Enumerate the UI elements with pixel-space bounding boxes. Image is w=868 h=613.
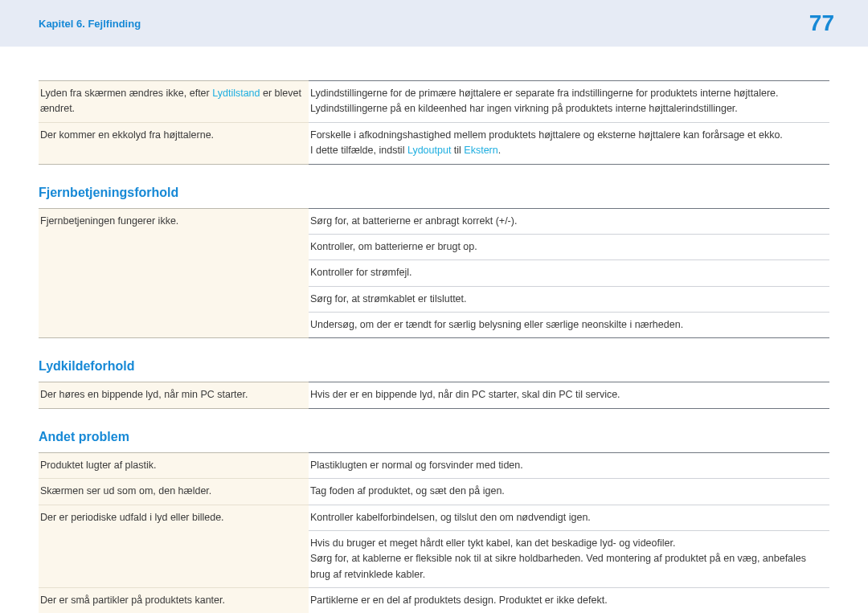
solution-cell: Kontroller kabelforbindelsen, og tilslut… <box>309 505 829 530</box>
chapter-title: Kapitel 6. Fejlfinding <box>39 18 141 30</box>
table-row: Kontroller for strømfejl. <box>39 260 829 286</box>
issue-cell: Lyden fra skærmen ændres ikke, efter Lyd… <box>39 81 309 123</box>
table-row: Fjernbetjeningen fungerer ikke. Sørg for… <box>39 208 829 234</box>
issue-cell: Der høres en bippende lyd, når min PC st… <box>39 382 309 408</box>
table-row: Der er periodiske udfald i lyd eller bil… <box>39 505 829 530</box>
page-number: 77 <box>809 10 834 36</box>
table-row: Kontroller, om batterierne er brugt op. <box>39 234 829 260</box>
solution-cell: Forskelle i afkodningshastighed mellem p… <box>309 122 829 164</box>
table-row: Lyden fra skærmen ændres ikke, efter Lyd… <box>39 81 829 123</box>
solution-cell: Hvis du bruger et meget hårdt eller tykt… <box>309 530 829 587</box>
issue-cell: Der kommer en ekkolyd fra højttalerne. <box>39 122 309 164</box>
solution-cell: Hvis der er en bippende lyd, når din PC … <box>309 382 829 408</box>
solution-cell: Plastiklugten er normal og forsvinder me… <box>309 452 829 478</box>
solution-cell: Sørg for, at strømkablet er tilsluttet. <box>309 286 829 312</box>
section-heading-other: Andet problem <box>39 430 829 444</box>
troubleshoot-table-remote: Fjernbetjeningen fungerer ikke. Sørg for… <box>39 208 829 339</box>
solution-cell: Kontroller, om batterierne er brugt op. <box>309 234 829 260</box>
chapter-header: Kapitel 6. Fejlfinding 77 <box>0 0 868 47</box>
issue-cell: Fjernbetjeningen fungerer ikke. <box>39 208 309 234</box>
section-heading-remote: Fjernbetjeningsforhold <box>39 186 829 200</box>
table-row: Der høres en bippende lyd, når min PC st… <box>39 382 829 408</box>
table-row: Der er små partikler på produktets kante… <box>39 588 829 614</box>
solution-cell: Sørg for, at batterierne er anbragt korr… <box>309 208 829 234</box>
solution-cell: Undersøg, om der er tændt for særlig bel… <box>309 313 829 338</box>
troubleshoot-table-initial: Lyden fra skærmen ændres ikke, efter Lyd… <box>39 80 829 165</box>
table-row: Der kommer en ekkolyd fra højttalerne. F… <box>39 122 829 164</box>
issue-cell: Produktet lugter af plastik. <box>39 452 309 478</box>
section-heading-soundsource: Lydkildeforhold <box>39 359 829 374</box>
issue-cell: Skærmen ser ud som om, den hælder. <box>39 479 309 505</box>
solution-cell: Partiklerne er en del af produktets desi… <box>309 588 829 614</box>
page-content: Lyden fra skærmen ændres ikke, efter Lyd… <box>0 47 868 613</box>
solution-cell: Lydindstillingerne for de primære højtta… <box>309 81 829 123</box>
table-row: Undersøg, om der er tændt for særlig bel… <box>39 313 829 338</box>
solution-cell: Tag foden af produktet, og sæt den på ig… <box>309 479 829 505</box>
table-row: Hvis du bruger et meget hårdt eller tykt… <box>39 530 829 587</box>
table-row: Produktet lugter af plastik. Plastiklugt… <box>39 452 829 478</box>
solution-cell: Kontroller for strømfejl. <box>309 260 829 286</box>
issue-cell: Der er periodiske udfald i lyd eller bil… <box>39 505 309 530</box>
table-row: Sørg for, at strømkablet er tilsluttet. <box>39 286 829 312</box>
table-row: Skærmen ser ud som om, den hælder. Tag f… <box>39 479 829 505</box>
troubleshoot-table-soundsource: Der høres en bippende lyd, når min PC st… <box>39 382 829 408</box>
troubleshoot-table-other: Produktet lugter af plastik. Plastiklugt… <box>39 452 829 613</box>
issue-cell: Der er små partikler på produktets kante… <box>39 588 309 614</box>
